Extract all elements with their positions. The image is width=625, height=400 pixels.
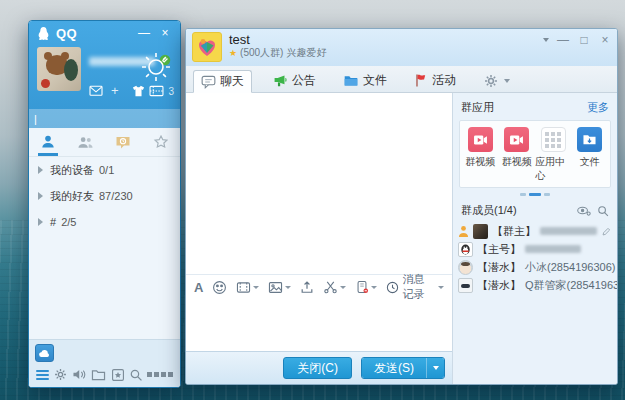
tab-recent-sessions[interactable] (105, 128, 143, 156)
tab-groups[interactable] (67, 128, 105, 156)
group-video-icon (504, 127, 529, 152)
group-sidebar: 群应用 更多 群视频 群视频 (453, 93, 617, 384)
emoji-button[interactable] (212, 280, 227, 295)
member-name: 小冰(2854196306) (525, 260, 616, 275)
send-file-button[interactable] (300, 280, 314, 294)
app-group-video-2[interactable]: 群视频 (499, 127, 535, 183)
font-button[interactable]: A (194, 280, 203, 295)
qq-penguin-logo-icon (36, 26, 51, 41)
qq-contact-panel: 我的设备 0/1 我的好友 87/230 # 2/5 (29, 128, 180, 387)
app-center[interactable]: 应用中心 (535, 127, 571, 183)
tab-chat[interactable]: 聊天 (193, 70, 252, 93)
message-input[interactable] (186, 299, 452, 351)
tab-activities[interactable]: 活动 (407, 69, 463, 92)
chat-maximize-button[interactable]: □ (577, 33, 591, 47)
group-apps-header: 群应用 (461, 100, 494, 115)
message-area[interactable] (186, 93, 452, 274)
qq-nav-tabs (29, 128, 180, 157)
member-row-owner[interactable]: 【群主】 (453, 222, 617, 240)
tab-label: 公告 (292, 72, 316, 89)
member-name: Q群管家(2854196310) (525, 278, 618, 293)
recent-bubble-icon (115, 135, 131, 150)
member-role: 【潜水】 (477, 260, 521, 275)
group-chat-window: test ★ (500人群) 兴趣爱好 — □ × 聊天 公告 (185, 28, 618, 385)
dressup-shirt-icon[interactable] (132, 85, 145, 97)
send-options-caret[interactable] (426, 358, 444, 378)
group-title: test (229, 32, 326, 47)
editor-toolbar: A (186, 274, 452, 299)
mail-icon[interactable] (89, 85, 103, 97)
apps-grid-icon[interactable] (147, 372, 173, 377)
member-row-qmanager[interactable]: 【潜水】 Q群管家(2854196310) (453, 276, 617, 294)
settings-gear-icon[interactable] (53, 367, 68, 382)
tab-favorites[interactable] (142, 128, 180, 156)
chat-column: A (186, 93, 453, 384)
message-history-button[interactable]: 消息记录 (386, 272, 444, 302)
contact-group-friends[interactable]: 我的好友 87/230 (29, 183, 180, 209)
edit-pencil-icon[interactable] (601, 226, 612, 237)
megaphone-icon (272, 74, 288, 88)
blue-folder-icon (343, 74, 359, 87)
group-tag: 兴趣爱好 (286, 47, 326, 59)
group-label: 我的设备 (50, 163, 94, 178)
qq-main-window: QQ — × (28, 20, 181, 388)
close-chat-button[interactable]: 关闭(C) (283, 357, 352, 379)
qq-minimize-button[interactable]: — (136, 25, 152, 41)
signature-input[interactable]: | (29, 109, 180, 128)
screenshot-scissors-button[interactable] (323, 280, 346, 294)
member-avatar (458, 278, 473, 293)
apps-pagination[interactable] (453, 193, 617, 196)
weather-sun-icon[interactable] (138, 49, 174, 85)
group-count: 2/5 (61, 216, 76, 228)
tab-contacts[interactable] (29, 128, 67, 156)
qq-titlebar[interactable]: QQ — × (29, 21, 180, 45)
voice-message-button[interactable] (355, 280, 377, 294)
group-count: 87/230 (99, 190, 133, 202)
favorites-box-icon[interactable] (111, 368, 125, 382)
member-search-icon[interactable] (597, 205, 609, 217)
chat-tab-bar: 聊天 公告 文件 活动 (186, 66, 617, 93)
member-view-eye-icon[interactable] (576, 205, 591, 217)
group-apps-card: 群视频 群视频 应用中心 (459, 120, 611, 188)
tab-announcement[interactable]: 公告 (265, 69, 323, 92)
app-group-video-1[interactable]: 群视频 (462, 127, 498, 183)
favorites-star-icon (153, 134, 169, 150)
user-avatar[interactable] (37, 47, 81, 91)
member-row-main-account[interactable]: 【主号】 (453, 240, 617, 258)
folder-icon[interactable] (91, 368, 106, 381)
main-menu-button[interactable] (36, 370, 49, 380)
tab-files[interactable]: 文件 (336, 69, 394, 92)
gear-icon (483, 73, 499, 89)
group-avatar[interactable] (192, 32, 222, 62)
sticker-button[interactable] (236, 281, 259, 294)
search-icon[interactable] (129, 368, 143, 382)
sound-speaker-icon[interactable] (72, 368, 87, 381)
qq-close-button[interactable]: × (157, 25, 173, 41)
contact-group-devices[interactable]: 我的设备 0/1 (29, 157, 180, 183)
group-count: 0/1 (99, 164, 114, 176)
expand-arrow-icon (38, 166, 43, 174)
chat-settings-button[interactable] (476, 69, 517, 92)
chat-header[interactable]: test ★ (500人群) 兴趣爱好 — □ × (186, 29, 617, 66)
more-apps-link[interactable]: 更多 (587, 100, 609, 115)
window-menu-caret[interactable] (543, 38, 549, 42)
send-button[interactable]: 发送(S) (362, 358, 426, 378)
add-icon[interactable]: + (111, 83, 119, 98)
group-people-icon (77, 135, 94, 150)
app-group-files[interactable]: 文件 (572, 127, 608, 183)
group-label: # (50, 216, 56, 228)
chat-bubble-icon (201, 75, 216, 89)
qq-header: QQ — × (29, 21, 180, 128)
chat-close-button[interactable]: × (598, 33, 612, 47)
members-header: 群成员(1/4) (461, 203, 517, 218)
member-role: 【潜水】 (477, 278, 521, 293)
cloud-sync-button[interactable] (35, 344, 54, 362)
member-row-xiaobing[interactable]: 【潜水】 小冰(2854196306) (453, 258, 617, 276)
dressup-count-badge: 3 (168, 86, 174, 97)
clock-icon (386, 281, 399, 294)
contact-group-hash[interactable]: # 2/5 (29, 209, 180, 235)
member-name-redacted (540, 227, 597, 235)
coupon-icon[interactable] (149, 85, 164, 97)
chat-minimize-button[interactable]: — (556, 33, 570, 47)
image-button[interactable] (268, 281, 291, 294)
